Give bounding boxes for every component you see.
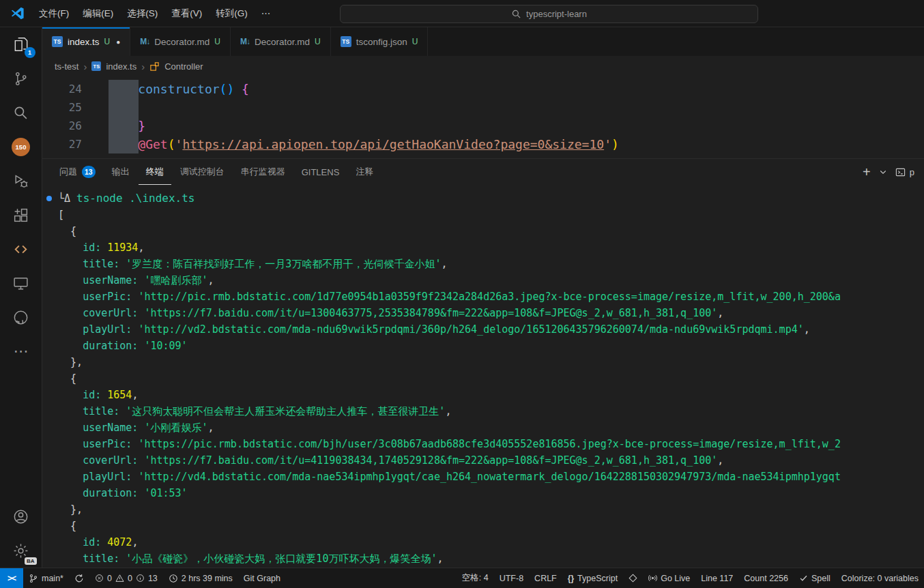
terminal-line: userName: '嘿哈剧乐部',: [58, 272, 924, 289]
tab-label: Decorator.md: [154, 37, 210, 47]
status-eol[interactable]: CRLF: [529, 568, 562, 588]
settings-icon[interactable]: BA: [0, 533, 42, 568]
typescript-file-icon: TS: [91, 61, 101, 71]
menu-item-2[interactable]: 选择(S): [120, 0, 164, 27]
tab-label: tsconfig.json: [356, 37, 407, 47]
status-label: Go Live: [661, 574, 690, 583]
status-extension-diamond[interactable]: [623, 568, 643, 588]
status-spaces[interactable]: 空格: 4: [457, 568, 494, 588]
status-label: 2 hrs 39 mins: [182, 574, 233, 583]
status-line[interactable]: Line 117: [695, 568, 738, 588]
breadcrumb-item[interactable]: index.ts: [106, 61, 136, 72]
menu-bar: 文件(F)编辑(E)选择(S)查看(V)转到(G)⋯: [32, 0, 277, 27]
breadcrumb-item[interactable]: ts-test: [55, 61, 78, 72]
breadcrumb: ts-test›TSindex.ts›Controller: [42, 56, 924, 76]
panel-actions: +p: [863, 165, 914, 179]
activity-bar: 1150⋯ BA: [0, 27, 42, 568]
status-label: 空格: 4: [462, 572, 489, 584]
panel-tab-0[interactable]: 问题13: [52, 159, 103, 185]
terminal-dropdown-icon[interactable]: [879, 168, 887, 176]
status-bar-right: 空格: 4UTF-8CRLF{}TypeScriptGo LiveLine 11…: [457, 568, 924, 588]
line-number: 26: [42, 117, 82, 135]
tab-decorator-md[interactable]: M↓Decorator.mdU: [231, 27, 331, 56]
run-debug-icon[interactable]: [0, 164, 42, 198]
status-go-live[interactable]: Go Live: [643, 568, 695, 588]
more-icon: ⋯: [14, 342, 29, 360]
errors-icon: [95, 574, 104, 583]
menu-item-1[interactable]: 编辑(E): [76, 0, 120, 27]
menu-item-0[interactable]: 文件(F): [32, 0, 76, 27]
status-label: CRLF: [534, 574, 557, 583]
code-text: }: [82, 117, 145, 135]
line-number: 27: [42, 135, 82, 153]
code-line[interactable]: 25: [42, 98, 924, 117]
circle-150-icon[interactable]: 150: [0, 130, 42, 164]
status-language[interactable]: {}TypeScript: [562, 568, 623, 588]
search-icon[interactable]: [0, 95, 42, 130]
status-branch[interactable]: main*: [23, 568, 69, 588]
braces-icon: {}: [568, 574, 574, 583]
error-count: 0: [107, 574, 112, 583]
new-terminal-button[interactable]: +: [863, 165, 871, 179]
code-line[interactable]: 24 constructor() {: [42, 80, 924, 98]
panel-tab-3[interactable]: 调试控制台: [173, 159, 232, 185]
status-problems[interactable]: 0013: [89, 568, 163, 588]
terminal-line: },: [58, 354, 924, 370]
modified-dot-icon: ●: [116, 38, 120, 46]
git-status-untracked: U: [315, 37, 321, 46]
status-count[interactable]: Count 2256: [738, 568, 794, 588]
panel-tab-5[interactable]: GITLENS: [294, 159, 347, 185]
code-line[interactable]: 26 }: [42, 117, 924, 135]
github-icon[interactable]: [0, 300, 42, 334]
terminal-line: userName: '小刚看娱乐',: [58, 420, 924, 436]
more-icon[interactable]: ⋯: [0, 334, 42, 368]
git-status-untracked: U: [412, 37, 418, 46]
tab-index-ts[interactable]: TSindex.tsU●: [42, 27, 130, 56]
activity-badge: BA: [25, 557, 37, 565]
status-encoding[interactable]: UTF-8: [494, 568, 529, 588]
status-git-graph[interactable]: Git Graph: [238, 568, 286, 588]
extensions-icon[interactable]: [0, 198, 42, 232]
remote-explorer-icon[interactable]: [0, 266, 42, 300]
breadcrumb-item[interactable]: Controller: [164, 61, 203, 72]
panel-tab-1[interactable]: 输出: [104, 159, 137, 185]
panel-tab-6[interactable]: 注释: [348, 159, 381, 185]
status-label: UTF-8: [500, 574, 523, 583]
command-center-search[interactable]: typescript-learn: [340, 5, 758, 23]
panel-tab-4[interactable]: 串行监视器: [233, 159, 293, 185]
terminal-command-line: └Δ ts-node .\index.ts: [58, 190, 924, 207]
status-spell[interactable]: Spell: [794, 568, 836, 588]
code-text: [82, 98, 109, 117]
code-editor[interactable]: 24 constructor() {2526 }27 @Get('https:/…: [42, 76, 924, 158]
terminal-line: id: 11934,: [58, 239, 924, 256]
explorer-icon[interactable]: 1: [0, 27, 42, 61]
markdown-file-icon: M↓: [240, 37, 250, 46]
terminal-output[interactable]: └Δ ts-node .\index.ts[ { id: 11934, titl…: [42, 185, 924, 568]
code-line[interactable]: 27 @Get('https://api.apiopen.top/api/get…: [42, 135, 924, 153]
account-icon[interactable]: [0, 499, 42, 533]
terminal-icon: [895, 167, 906, 177]
menu-item-5[interactable]: ⋯: [255, 0, 278, 27]
menu-item-3[interactable]: 查看(V): [164, 0, 209, 27]
breadcrumb-separator: ›: [83, 61, 87, 72]
info-icon: [136, 574, 145, 583]
panel-tab-2[interactable]: 终端: [139, 159, 171, 185]
terminal-line: id: 1654,: [58, 387, 924, 403]
status-sync[interactable]: [69, 568, 89, 588]
remote-indicator[interactable]: ><: [0, 568, 23, 588]
panel-tab-label: 终端: [146, 166, 164, 178]
tab-decorator-md[interactable]: M↓Decorator.mdU: [130, 27, 231, 56]
tab-tsconfig-json[interactable]: TStsconfig.jsonU: [331, 27, 429, 56]
terminal-line: {: [58, 370, 924, 387]
terminal-list-item[interactable]: p: [895, 167, 914, 177]
git-status-untracked: U: [104, 37, 111, 46]
status-label: Colorize: 0 variables: [841, 574, 919, 583]
status-label: main*: [42, 574, 63, 583]
status-colorize[interactable]: Colorize: 0 variables: [836, 568, 924, 588]
branch-icon: [29, 574, 38, 583]
source-control-icon[interactable]: [0, 61, 42, 95]
status-time-tracker[interactable]: 2 hrs 39 mins: [163, 568, 238, 588]
line-number: 25: [42, 98, 82, 117]
code-brackets-icon[interactable]: [0, 232, 42, 266]
menu-item-4[interactable]: 转到(G): [209, 0, 255, 27]
